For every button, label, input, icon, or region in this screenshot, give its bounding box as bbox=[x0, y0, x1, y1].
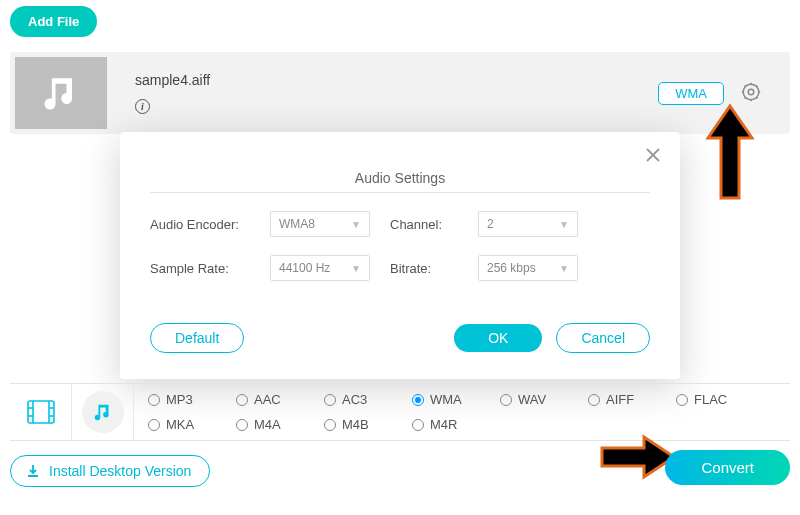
music-note-icon bbox=[39, 71, 83, 115]
samplerate-select[interactable]: 44100 Hz▼ bbox=[270, 255, 370, 281]
format-option-m4r[interactable]: M4R bbox=[412, 417, 500, 432]
format-option-m4a[interactable]: M4A bbox=[236, 417, 324, 432]
bitrate-value: 256 kbps bbox=[487, 261, 536, 275]
encoder-select[interactable]: WMA8▼ bbox=[270, 211, 370, 237]
gear-icon bbox=[740, 81, 762, 103]
file-name-label: sample4.aiff bbox=[135, 72, 210, 88]
chevron-down-icon: ▼ bbox=[559, 219, 569, 230]
radio-icon bbox=[148, 394, 160, 406]
radio-icon bbox=[412, 394, 424, 406]
annotation-arrow-settings bbox=[706, 104, 754, 202]
format-label: AAC bbox=[254, 392, 281, 407]
format-label: M4R bbox=[430, 417, 457, 432]
radio-icon bbox=[588, 394, 600, 406]
radio-icon bbox=[236, 394, 248, 406]
format-bar: MP3AACAC3WMAWAVAIFFFLACMKAM4AM4BM4R bbox=[10, 383, 790, 441]
audio-tab[interactable] bbox=[72, 383, 134, 441]
info-icon[interactable]: i bbox=[135, 99, 150, 114]
chevron-down-icon: ▼ bbox=[559, 263, 569, 274]
channel-select[interactable]: 2▼ bbox=[478, 211, 578, 237]
convert-button[interactable]: Convert bbox=[665, 450, 790, 485]
annotation-arrow-convert bbox=[598, 434, 676, 480]
samplerate-label: Sample Rate: bbox=[150, 261, 260, 276]
format-label: FLAC bbox=[694, 392, 727, 407]
file-row: sample4.aiff i WMA bbox=[10, 52, 790, 134]
format-option-aac[interactable]: AAC bbox=[236, 392, 324, 407]
install-desktop-label: Install Desktop Version bbox=[49, 463, 191, 479]
radio-icon bbox=[324, 419, 336, 431]
radio-icon bbox=[676, 394, 688, 406]
format-option-wma[interactable]: WMA bbox=[412, 392, 500, 407]
modal-close-button[interactable] bbox=[644, 146, 662, 169]
chevron-down-icon: ▼ bbox=[351, 219, 361, 230]
format-label: AC3 bbox=[342, 392, 367, 407]
target-format-badge[interactable]: WMA bbox=[658, 82, 724, 105]
add-file-button[interactable]: Add File bbox=[10, 6, 97, 37]
format-option-m4b[interactable]: M4B bbox=[324, 417, 412, 432]
video-tab[interactable] bbox=[10, 383, 72, 441]
format-label: M4A bbox=[254, 417, 281, 432]
cancel-button[interactable]: Cancel bbox=[556, 323, 650, 353]
settings-button[interactable] bbox=[740, 81, 762, 106]
radio-icon bbox=[500, 394, 512, 406]
bitrate-select[interactable]: 256 kbps▼ bbox=[478, 255, 578, 281]
radio-icon bbox=[148, 419, 160, 431]
svg-point-0 bbox=[748, 89, 754, 95]
radio-icon bbox=[412, 419, 424, 431]
format-option-mp3[interactable]: MP3 bbox=[148, 392, 236, 407]
chevron-down-icon: ▼ bbox=[351, 263, 361, 274]
svg-marker-2 bbox=[708, 106, 752, 198]
svg-rect-3 bbox=[28, 401, 54, 423]
format-label: MKA bbox=[166, 417, 194, 432]
music-note-icon bbox=[92, 401, 114, 423]
samplerate-value: 44100 Hz bbox=[279, 261, 330, 275]
format-option-wav[interactable]: WAV bbox=[500, 392, 588, 407]
channel-label: Channel: bbox=[390, 217, 468, 232]
download-icon bbox=[25, 463, 41, 479]
format-option-flac[interactable]: FLAC bbox=[676, 392, 764, 407]
audio-settings-modal: Audio Settings Audio Encoder: WMA8▼ Chan… bbox=[120, 132, 680, 379]
install-desktop-button[interactable]: Install Desktop Version bbox=[10, 455, 210, 487]
format-label: WMA bbox=[430, 392, 462, 407]
file-meta: sample4.aiff i bbox=[135, 72, 210, 114]
channel-value: 2 bbox=[487, 217, 494, 231]
format-label: WAV bbox=[518, 392, 546, 407]
file-thumbnail bbox=[15, 57, 107, 129]
format-option-ac3[interactable]: AC3 bbox=[324, 392, 412, 407]
film-icon bbox=[27, 400, 55, 424]
format-option-mka[interactable]: MKA bbox=[148, 417, 236, 432]
radio-icon bbox=[324, 394, 336, 406]
close-icon bbox=[644, 146, 662, 164]
format-label: MP3 bbox=[166, 392, 193, 407]
format-option-aiff[interactable]: AIFF bbox=[588, 392, 676, 407]
format-label: M4B bbox=[342, 417, 369, 432]
encoder-label: Audio Encoder: bbox=[150, 217, 260, 232]
divider bbox=[150, 192, 650, 193]
ok-button[interactable]: OK bbox=[454, 324, 542, 352]
encoder-value: WMA8 bbox=[279, 217, 315, 231]
radio-icon bbox=[236, 419, 248, 431]
modal-title: Audio Settings bbox=[150, 150, 650, 192]
bitrate-label: Bitrate: bbox=[390, 261, 468, 276]
default-button[interactable]: Default bbox=[150, 323, 244, 353]
svg-marker-10 bbox=[602, 437, 674, 477]
format-label: AIFF bbox=[606, 392, 634, 407]
svg-point-1 bbox=[743, 84, 759, 100]
